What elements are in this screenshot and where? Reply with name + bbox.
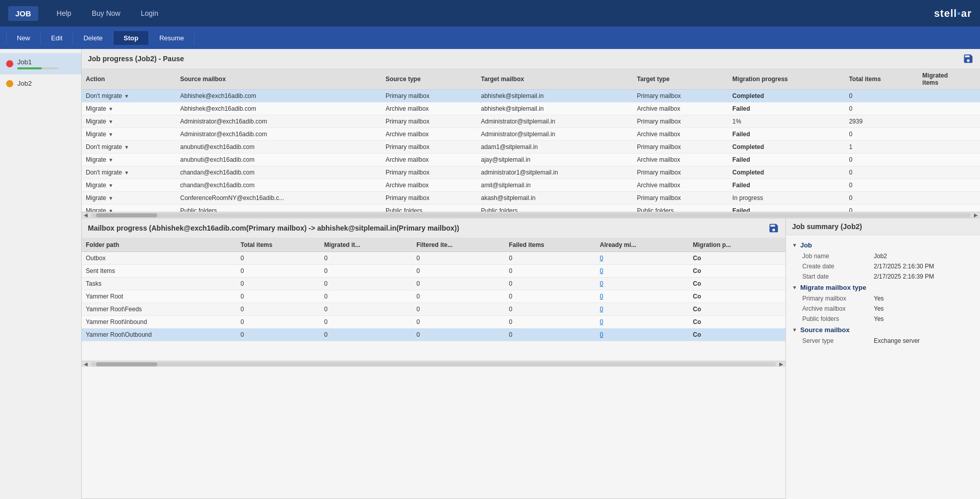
summary-section-header-1[interactable]: ▼ Migrate mailbox type	[792, 282, 974, 293]
action-cell[interactable]: Migrate ▼	[82, 115, 176, 128]
action-cell[interactable]: Migrate ▼	[82, 179, 176, 192]
job-progress-table: Action Source mailbox Source type Target…	[82, 69, 980, 212]
mailbox-row[interactable]: Yammer Root\Feeds 0 0 0 0 0 Co	[82, 303, 785, 316]
summary-section-header-0[interactable]: ▼ Job	[792, 239, 974, 251]
delete-button[interactable]: Delete	[73, 31, 113, 45]
nav-help[interactable]: Help	[46, 5, 82, 21]
action-cell[interactable]: Migrate ▼	[82, 128, 176, 141]
job-progress-header: Job progress (Job2) - Pause	[82, 49, 980, 69]
mb-already-cell[interactable]: 0	[595, 278, 688, 290]
target-type-cell: Primary mailbox	[633, 90, 728, 103]
job-progress-row[interactable]: Migrate ▼ ConferenceRoomNY@exch16adib.c.…	[82, 192, 980, 205]
stop-button[interactable]: Stop	[113, 31, 149, 45]
sidebar: Job1 Job2	[0, 49, 82, 499]
action-dropdown-arrow[interactable]: ▼	[108, 195, 113, 201]
progress-cell: In progress	[728, 192, 845, 205]
col-migration-progress: Migration progress	[728, 69, 845, 90]
scroll-left-arrow[interactable]: ◀	[82, 212, 90, 218]
action-cell[interactable]: Don't migrate ▼	[82, 90, 176, 103]
target-mailbox-cell: amit@sitplemail.in	[477, 179, 633, 192]
action-dropdown-arrow[interactable]: ▼	[108, 183, 113, 188]
new-button[interactable]: New	[6, 31, 41, 45]
job-progress-row[interactable]: Migrate ▼ chandan@exch16adib.com Archive…	[82, 179, 980, 192]
mailbox-row[interactable]: Sent Items 0 0 0 0 0 Co	[82, 265, 785, 278]
mb-filtered-cell: 0	[413, 290, 505, 303]
mb-scroll-left[interactable]: ◀	[82, 361, 90, 367]
mailbox-row[interactable]: Outbox 0 0 0 0 0 Co	[82, 252, 785, 265]
edit-button[interactable]: Edit	[41, 31, 73, 45]
mb-already-cell[interactable]: 0	[595, 265, 688, 278]
job-progress-row[interactable]: Don't migrate ▼ Abhishek@exch16adib.com …	[82, 90, 980, 103]
mb-scroll-track[interactable]	[91, 362, 776, 366]
action-dropdown-arrow[interactable]: ▼	[108, 119, 113, 124]
action-dropdown-arrow[interactable]: ▼	[108, 208, 113, 212]
action-dropdown-arrow[interactable]: ▼	[124, 170, 129, 176]
action-label: Migrate	[86, 182, 106, 189]
action-cell[interactable]: Don't migrate ▼	[82, 166, 176, 179]
mailbox-row[interactable]: Yammer Root 0 0 0 0 0 Co	[82, 290, 785, 303]
target-mailbox-cell: adam1@sitplemail.in	[477, 141, 633, 154]
action-cell[interactable]: Migrate ▼	[82, 154, 176, 166]
source-type-cell: Archive mailbox	[381, 103, 477, 115]
job-progress-row[interactable]: Migrate ▼ Abhishek@exch16adib.com Archiv…	[82, 103, 980, 115]
action-cell[interactable]: Migrate ▼	[82, 192, 176, 205]
job-progress-scrollbar[interactable]: ◀ ▶	[82, 212, 980, 218]
mailbox-row[interactable]: Yammer Root\Outbound 0 0 0 0 0 Co	[82, 329, 785, 341]
progress-cell: 1%	[728, 115, 845, 128]
action-cell[interactable]: Don't migrate ▼	[82, 141, 176, 154]
job-progress-row[interactable]: Don't migrate ▼ anubnuti@exch16adib.com …	[82, 141, 980, 154]
mb-already-cell[interactable]: 0	[595, 303, 688, 316]
mailbox-scrollbar[interactable]: ◀ ▶	[82, 361, 785, 367]
nav-login[interactable]: Login	[131, 5, 169, 21]
job-progress-row[interactable]: Don't migrate ▼ chandan@exch16adib.com P…	[82, 166, 980, 179]
action-cell[interactable]: Migrate ▼	[82, 103, 176, 115]
mb-progress-cell: Co	[689, 278, 785, 290]
summary-row-0-2: Start date 2/17/2025 2:16:39 PM	[792, 271, 974, 282]
action-dropdown-arrow[interactable]: ▼	[108, 132, 113, 137]
nav-buy-now[interactable]: Buy Now	[82, 5, 131, 21]
action-label: Don't migrate	[86, 169, 122, 176]
summary-section-header-2[interactable]: ▼ Source mailbox	[792, 324, 974, 336]
main-content: Job1 Job2 Job progress (Job2) - Pause	[0, 49, 980, 499]
mb-already-cell[interactable]: 0	[595, 252, 688, 265]
mailbox-row[interactable]: Yammer Root\Inbound 0 0 0 0 0 Co	[82, 316, 785, 329]
mb-migrated-cell: 0	[320, 252, 413, 265]
action-dropdown-arrow[interactable]: ▼	[108, 106, 113, 112]
scroll-right-arrow[interactable]: ▶	[972, 212, 980, 218]
progress-cell: Completed	[728, 141, 845, 154]
target-mailbox-cell: akash@sitplemail.in	[477, 192, 633, 205]
mailbox-save-icon[interactable]	[768, 222, 779, 234]
sidebar-item-job2[interactable]: Job2	[0, 74, 81, 92]
summary-row-2-0: Server type Exchange server	[792, 336, 974, 346]
mb-already-cell[interactable]: 0	[595, 316, 688, 329]
mb-already-cell[interactable]: 0	[595, 329, 688, 341]
total-items-cell: 0	[845, 166, 918, 179]
action-dropdown-arrow[interactable]: ▼	[108, 157, 113, 163]
mb-scroll-right[interactable]: ▶	[777, 361, 785, 367]
job-progress-row[interactable]: Migrate ▼ Public folders Public folders …	[82, 205, 980, 212]
mb-failed-cell: 0	[505, 303, 595, 316]
progress-cell: Failed	[728, 179, 845, 192]
action-dropdown-arrow[interactable]: ▼	[124, 144, 129, 150]
summary-key-1-2: Public folders	[802, 315, 874, 322]
mb-progress-cell: Co	[689, 316, 785, 329]
job-progress-row[interactable]: Migrate ▼ Administrator@exch16adib.com P…	[82, 115, 980, 128]
mb-col-total: Total items	[236, 238, 320, 252]
total-items-cell: 0	[845, 205, 918, 212]
save-icon[interactable]	[963, 53, 974, 64]
folder-cell: Yammer Root\Inbound	[82, 316, 236, 329]
resume-button[interactable]: Resume	[149, 31, 195, 45]
mailbox-table-scroll[interactable]: Folder path Total items Migrated it... F…	[82, 238, 785, 361]
action-dropdown-arrow[interactable]: ▼	[124, 93, 129, 99]
scroll-track[interactable]	[91, 213, 971, 217]
mailbox-row[interactable]: Tasks 0 0 0 0 0 Co	[82, 278, 785, 290]
action-cell[interactable]: Migrate ▼	[82, 205, 176, 212]
job-progress-table-scroll[interactable]: Action Source mailbox Source type Target…	[82, 69, 980, 212]
mb-already-cell[interactable]: 0	[595, 290, 688, 303]
job-progress-row[interactable]: Migrate ▼ anubnuti@exch16adib.com Archiv…	[82, 154, 980, 166]
job-progress-row[interactable]: Migrate ▼ Administrator@exch16adib.com A…	[82, 128, 980, 141]
action-label: Don't migrate	[86, 92, 122, 99]
target-mailbox-cell: abhishek@sitplemail.in	[477, 103, 633, 115]
right-panel: Job progress (Job2) - Pause Action Sourc…	[82, 49, 980, 499]
sidebar-item-job1[interactable]: Job1	[0, 53, 81, 74]
